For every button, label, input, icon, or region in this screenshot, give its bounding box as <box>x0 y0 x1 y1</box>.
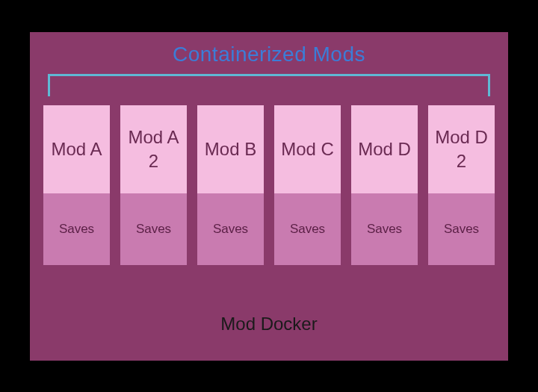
mod-box: Mod B Saves <box>197 105 264 265</box>
mod-name: Mod D 2 <box>428 105 495 193</box>
bracket-line <box>48 74 490 96</box>
mod-box: Mod C Saves <box>274 105 341 265</box>
mod-name: Mod D <box>351 105 418 193</box>
mod-box: Mod D 2 Saves <box>428 105 495 265</box>
mod-box: Mod A 2 Saves <box>120 105 187 265</box>
diagram-container: Containerized Mods Mod A Saves Mod A 2 S… <box>30 32 508 361</box>
mod-box: Mod D Saves <box>351 105 418 265</box>
mod-name: Mod A <box>43 105 110 193</box>
mod-saves: Saves <box>197 193 264 265</box>
mod-saves: Saves <box>351 193 418 265</box>
mod-saves: Saves <box>274 193 341 265</box>
mod-saves: Saves <box>428 193 495 265</box>
mod-name: Mod C <box>274 105 341 193</box>
footer-label: Mod Docker <box>30 314 508 335</box>
mod-saves: Saves <box>120 193 187 265</box>
mod-saves: Saves <box>43 193 110 265</box>
mod-name: Mod A 2 <box>120 105 187 193</box>
mod-name: Mod B <box>197 105 264 193</box>
diagram-title: Containerized Mods <box>30 32 508 66</box>
mod-box: Mod A Saves <box>43 105 110 265</box>
mods-row: Mod A Saves Mod A 2 Saves Mod B Saves Mo… <box>43 105 495 265</box>
